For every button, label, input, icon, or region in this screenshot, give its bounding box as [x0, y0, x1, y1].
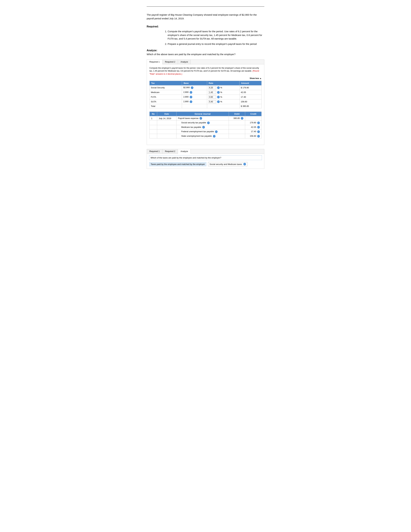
required1-tab-container: Required 1 Required 2 Analyze Compute th…	[147, 59, 264, 145]
journal-credit: 42.05 ✓	[245, 125, 262, 129]
check-icon: ✓	[190, 91, 192, 94]
journal-no	[149, 125, 157, 129]
journal-no	[149, 121, 157, 125]
journal-date: July 14, 2019	[157, 116, 176, 121]
journal-row-1: 1 July 14, 2019 Payroll taxes expense ✓ …	[149, 116, 262, 121]
journal-row-2: Social security tax payable ✓ 179.80 ✓	[149, 121, 262, 125]
analyze-content: Which of the taxes are paid by the emplo…	[147, 154, 264, 169]
base-cell: 2,900 ✓	[182, 95, 207, 99]
show-less[interactable]: Show less ▲	[149, 77, 262, 79]
rate-col-header: Rate	[207, 81, 239, 85]
journal-no	[149, 134, 157, 139]
base-col-header: Base	[182, 81, 207, 85]
journal-debit	[229, 129, 245, 134]
analyze-question-text: Which of the taxes are paid by the emplo…	[150, 157, 221, 159]
check-icon: ✓	[257, 122, 260, 124]
tab-analyze-top[interactable]: Analyze	[178, 60, 191, 64]
amount-cell: $ 179.80	[239, 85, 262, 90]
required-list: Compute the employer's payroll taxes for…	[168, 30, 264, 46]
tax-cell: Social Security	[149, 85, 182, 90]
rate-input[interactable]: 0.60	[208, 95, 216, 98]
amount-cell: 42.05	[239, 90, 262, 95]
amount-cell: 156.60	[239, 99, 262, 104]
check-icon: ✓	[257, 135, 260, 138]
check-icon: ✓	[200, 117, 202, 120]
journal-table: No Date General Journal Debit Credit 1 J…	[149, 112, 262, 139]
analyze-text: Which of the above taxes are paid by the…	[147, 53, 264, 56]
debit-header: Debit	[229, 112, 245, 116]
table-row: SUTA 2,900 ✓ 5.40 ✓ % 156.60	[149, 99, 262, 104]
journal-desc: Social security tax payable ✓	[176, 121, 229, 125]
check-icon: ✓	[243, 163, 246, 165]
total-base	[182, 104, 207, 108]
journal-credit: 179.80 ✓	[245, 121, 262, 125]
tab-required1-bottom[interactable]: Required 1	[147, 149, 162, 154]
check-icon: ✓	[207, 122, 210, 124]
journal-row-5: State unemployment tax payable ✓ 156.60 …	[149, 134, 262, 139]
tab-required1[interactable]: Required 1	[147, 60, 162, 64]
rate-input[interactable]: 5.40	[208, 100, 216, 103]
tax-cell: FUTA	[149, 95, 182, 99]
analyze-label: Taxes paid by the employee and matched b…	[149, 162, 206, 166]
date-header: Date	[157, 112, 176, 116]
analyze-answer-box[interactable]: Social security and Medicare taxes ✓	[208, 162, 247, 166]
analyze-question: Which of the taxes are paid by the emplo…	[149, 155, 262, 160]
journal-date	[157, 129, 176, 134]
top-divider	[147, 6, 264, 7]
check-icon: ✓	[190, 100, 192, 103]
required-item-1: Compute the employer's payroll taxes for…	[168, 30, 264, 41]
journal-desc: State unemployment tax payable ✓	[176, 134, 229, 139]
table-row: Social Security $2,900 ✓ 6.20 ✓ % $ 179.…	[149, 85, 262, 90]
check-icon: ✓	[215, 130, 218, 133]
analyze-tab-container: Required 1 Required 2 Analyze Which of t…	[147, 149, 264, 169]
table-row-total: Total $ 395.85	[149, 104, 262, 108]
journal-row-3: Medicare tax payable ✓ 42.05 ✓	[149, 125, 262, 129]
intro-text: The payroll register of Big House Cleani…	[147, 13, 264, 20]
check-icon: ✓	[190, 96, 192, 98]
total-rate	[207, 104, 239, 108]
rate-cell: 6.20 ✓ %	[207, 85, 239, 90]
gj-header: General Journal	[176, 112, 229, 116]
credit-header: Credit	[245, 112, 262, 116]
check-icon: ✓	[217, 86, 220, 89]
amount-col-header: Amount	[239, 81, 262, 85]
base-cell: $2,900 ✓	[182, 85, 207, 90]
journal-desc: Payroll taxes expense ✓	[176, 116, 229, 121]
tax-cell: Medicare	[149, 90, 182, 95]
check-icon: ✓	[257, 130, 260, 133]
check-icon: ✓	[241, 117, 243, 120]
rate-cell: 1.45 ✓ %	[207, 90, 239, 95]
journal-row-4: Federal unemployment tax payable ✓ 17.40…	[149, 129, 262, 134]
total-label: Total	[149, 104, 182, 108]
tab-required2[interactable]: Required 2	[162, 60, 178, 64]
rate-input[interactable]: 6.20	[208, 86, 216, 89]
required1-content: Compute the employer's payroll taxes for…	[147, 64, 264, 145]
check-icon: ✓	[191, 86, 193, 89]
rate-input[interactable]: 1.45	[208, 91, 216, 94]
tax-cell: SUTA	[149, 99, 182, 104]
journal-credit: 17.40 ✓	[245, 129, 262, 134]
table-row: FUTA 2,900 ✓ 0.60 ✓ % 17.40	[149, 95, 262, 99]
tab-required2-bottom[interactable]: Required 2	[162, 149, 178, 154]
total-amount: $ 395.85	[239, 104, 262, 108]
tax-table: Tax Base Rate Amount Social Security $2,…	[149, 81, 262, 108]
required-item-2: Prepare a general journal entry to recor…	[168, 42, 264, 46]
journal-debit	[229, 134, 245, 139]
tab-bar-required: Required 1 Required 2 Analyze	[147, 60, 264, 64]
base-cell: 2,900 ✓	[182, 90, 207, 95]
table-row: Medicare 2,900 ✓ 1.45 ✓ % 42.05	[149, 90, 262, 95]
required-heading: Required:	[147, 25, 264, 28]
rate-cell: 5.40 ✓ %	[207, 99, 239, 104]
tab-description: Compute the employer's payroll taxes for…	[149, 66, 262, 76]
amount-cell: 17.40	[239, 95, 262, 99]
journal-debit	[229, 125, 245, 129]
journal-desc: Medicare tax payable ✓	[176, 125, 229, 129]
tab-analyze-bottom[interactable]: Analyze	[178, 149, 191, 154]
tab-desc-text: Compute the employer's payroll taxes for…	[149, 67, 259, 72]
analyze-answer-text: Social security and Medicare taxes	[210, 163, 242, 165]
journal-date	[157, 125, 176, 129]
tax-col-header: Tax	[149, 81, 182, 85]
base-cell: 2,900 ✓	[182, 99, 207, 104]
journal-credit	[245, 116, 262, 121]
journal-credit: 156.60 ✓	[245, 134, 262, 139]
